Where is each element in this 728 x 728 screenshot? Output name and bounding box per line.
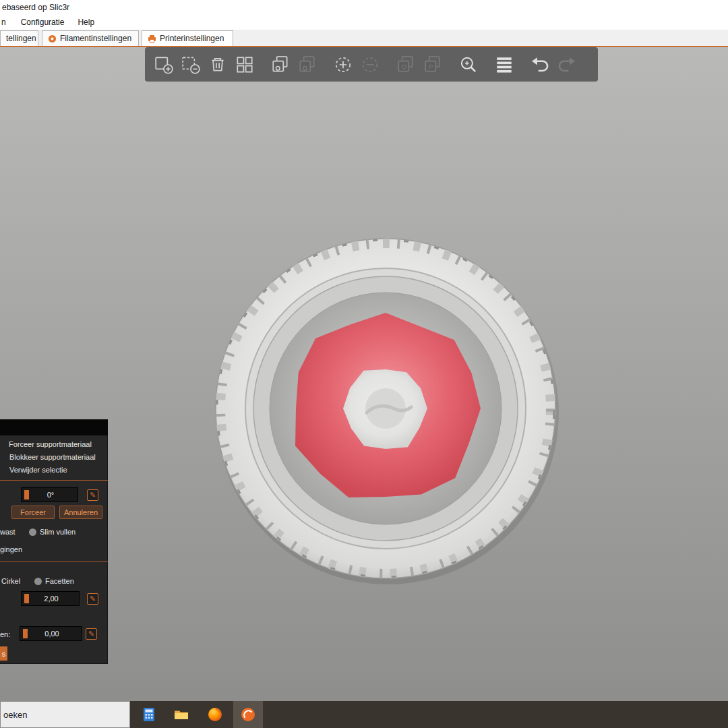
edit-brush-size-icon[interactable]: ✎ bbox=[87, 593, 98, 605]
tab-printer-settings[interactable]: Printerinstellingen bbox=[142, 30, 233, 46]
slider-handle[interactable] bbox=[24, 594, 29, 603]
gap-slider[interactable]: 0,00 bbox=[20, 626, 82, 641]
edit-gap-icon[interactable]: ✎ bbox=[86, 628, 97, 640]
window-title: ebaseerd op Slic3r bbox=[0, 0, 728, 15]
svg-text:P: P bbox=[429, 63, 433, 70]
tab-bar: tellingen Filamentinstellingen Printerin… bbox=[0, 30, 728, 46]
menu-item-help[interactable]: Help bbox=[76, 18, 96, 27]
taskbar-app-calculator[interactable] bbox=[134, 701, 164, 728]
tab-filament-settings[interactable]: Filamentinstellingen bbox=[42, 30, 139, 46]
filament-icon bbox=[48, 34, 57, 43]
menu-item-fragment[interactable]: n bbox=[0, 18, 7, 27]
brush-size-slider[interactable]: 2,00 bbox=[21, 591, 80, 606]
menu-item-remove-selection[interactable]: Verwijder selectie bbox=[9, 466, 67, 474]
variable-layer-height-icon[interactable] bbox=[492, 53, 516, 77]
taskbar-app-firefox[interactable] bbox=[200, 701, 230, 728]
taskbar-app-file-explorer[interactable] bbox=[166, 701, 196, 728]
taskbar: oeken bbox=[0, 701, 728, 728]
brush-size-value: 2,00 bbox=[29, 595, 79, 603]
angle-value: 0° bbox=[29, 491, 78, 499]
firefox-icon bbox=[207, 706, 223, 723]
paste-icon[interactable] bbox=[295, 53, 320, 77]
angle-slider[interactable]: 0° bbox=[21, 487, 78, 502]
menu-item-enforce-support[interactable]: Forceer supportmateriaal bbox=[9, 440, 92, 448]
search-icon[interactable] bbox=[456, 53, 481, 77]
remove-instance-icon[interactable] bbox=[358, 53, 382, 77]
split-to-parts-icon[interactable]: P bbox=[421, 53, 445, 77]
fill-option-right-label[interactable]: Slim vullen bbox=[40, 528, 75, 536]
shape-option-facets-label[interactable]: Facetten bbox=[45, 577, 74, 585]
edit-angle-icon[interactable]: ✎ bbox=[87, 489, 98, 501]
facets-radio[interactable] bbox=[34, 578, 42, 585]
delete-all-icon[interactable] bbox=[206, 53, 230, 77]
menu-item-configuratie[interactable]: Configuratie bbox=[20, 18, 66, 27]
gap-label: en: bbox=[0, 630, 10, 638]
menu-item-block-support[interactable]: Blokkeer supportmateriaal bbox=[9, 453, 96, 461]
panel-header[interactable] bbox=[0, 420, 108, 435]
panel-separator bbox=[0, 480, 108, 481]
search-text: oeken bbox=[3, 710, 27, 720]
calculator-icon bbox=[141, 706, 157, 723]
undo-icon[interactable] bbox=[528, 53, 552, 77]
gap-value: 0,00 bbox=[28, 630, 82, 638]
taskbar-search-input[interactable]: oeken bbox=[0, 701, 130, 728]
arrange-icon[interactable] bbox=[233, 53, 257, 77]
printer-icon bbox=[148, 34, 156, 43]
fill-option-left-label[interactable]: wast bbox=[0, 528, 16, 536]
panel-bottom-button[interactable]: s bbox=[0, 646, 7, 661]
prusaslicer-icon bbox=[240, 706, 256, 723]
panel-separator bbox=[0, 562, 108, 562]
tab-label: Printerinstellingen bbox=[160, 34, 224, 43]
split-to-objects-icon[interactable]: O bbox=[394, 53, 418, 77]
copy-icon[interactable] bbox=[268, 53, 293, 77]
model-tire[interactable] bbox=[197, 220, 574, 597]
redo-icon[interactable] bbox=[555, 53, 579, 77]
menu-bar: n Configuratie Help bbox=[0, 15, 728, 30]
smart-fill-radio[interactable] bbox=[29, 528, 36, 536]
file-explorer-icon bbox=[173, 706, 189, 723]
panel-text-fragment: gingen bbox=[0, 545, 22, 553]
slider-handle[interactable] bbox=[23, 629, 28, 638]
remove-object-icon[interactable] bbox=[179, 53, 203, 77]
support-paint-panel: Forceer supportmateriaal Blokkeer suppor… bbox=[0, 419, 108, 664]
viewport-3d[interactable]: O P bbox=[0, 47, 728, 701]
tab-label: tellingen bbox=[6, 34, 36, 43]
toolbar: O P bbox=[145, 47, 598, 82]
shape-option-circle-label[interactable]: Cirkel bbox=[1, 577, 20, 585]
svg-text:O: O bbox=[402, 63, 407, 70]
cancel-button[interactable]: Annuleren bbox=[59, 506, 102, 519]
taskbar-app-prusaslicer[interactable] bbox=[233, 701, 263, 728]
slider-handle[interactable] bbox=[24, 490, 29, 499]
tab-print-settings[interactable]: tellingen bbox=[0, 30, 38, 46]
force-button[interactable]: Forceer bbox=[11, 506, 55, 519]
add-instance-icon[interactable] bbox=[331, 53, 355, 77]
tab-label: Filamentinstellingen bbox=[60, 34, 131, 43]
add-object-icon[interactable] bbox=[152, 53, 176, 77]
